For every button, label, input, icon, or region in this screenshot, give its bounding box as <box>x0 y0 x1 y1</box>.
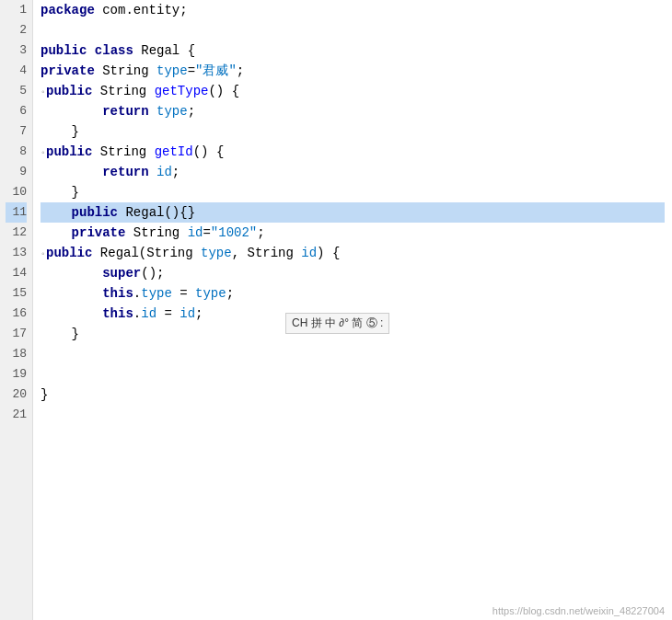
token: id <box>180 306 195 321</box>
token: getId <box>155 144 193 159</box>
code-line-1: package com.entity; <box>41 0 665 20</box>
token: () { <box>193 144 225 159</box>
code-line-15: this.type = type; <box>41 283 665 304</box>
token: type <box>141 286 172 301</box>
line-number-14: 14 <box>6 263 27 283</box>
line-number-16: 16 <box>6 304 27 324</box>
token <box>41 104 102 119</box>
code-line-13: ◦public Regal(String type, String id) { <box>41 243 665 263</box>
watermark: https://blog.csdn.net/weixin_48227004 <box>492 605 665 616</box>
code-line-19 <box>41 364 665 385</box>
token: . <box>133 286 141 301</box>
token: super <box>102 266 141 281</box>
code-line-4: private String type="君威"; <box>41 61 665 81</box>
line-number-10: 10 <box>6 182 27 202</box>
token: id <box>156 165 172 179</box>
token: String <box>125 225 187 240</box>
line-number-1: 1 <box>6 0 27 20</box>
code-line-5: ◦public String getType() { <box>41 81 665 101</box>
code-line-20: } <box>41 385 665 405</box>
line-number-4: 4 <box>6 61 27 81</box>
token <box>41 306 102 321</box>
code-line-10: } <box>41 182 665 202</box>
token: "君威" <box>195 63 237 78</box>
token: type <box>156 63 188 78</box>
token: String <box>92 144 154 159</box>
token <box>87 43 94 58</box>
token: class <box>95 43 133 58</box>
code-line-12: private String id="1002"; <box>41 223 665 243</box>
token: ; <box>188 104 195 119</box>
token: public <box>46 144 92 159</box>
line-number-6: 6 <box>6 101 27 121</box>
token <box>41 225 72 240</box>
line-number-9: 9 <box>6 162 27 182</box>
line-number-18: 18 <box>6 344 27 364</box>
token: } <box>41 124 79 139</box>
token: ; <box>257 225 264 240</box>
token: this <box>102 286 133 301</box>
token: type <box>201 246 232 260</box>
code-line-2 <box>41 20 665 40</box>
token: } <box>41 387 48 402</box>
token: String <box>92 84 154 98</box>
token: (); <box>141 266 164 281</box>
token: "1002" <box>211 225 257 240</box>
token: id <box>141 306 156 321</box>
line-number-2: 2 <box>6 20 27 40</box>
token: public <box>46 84 92 98</box>
line-number-13: 13 <box>6 243 27 263</box>
line-number-5: 5 <box>6 81 27 101</box>
code-line-7: } <box>41 121 665 142</box>
token: private <box>72 225 126 240</box>
token: , String <box>232 246 302 260</box>
line-number-7: 7 <box>6 121 27 142</box>
code-line-14: super(); <box>41 263 665 283</box>
token: public <box>41 43 87 58</box>
token: type <box>195 286 226 301</box>
token <box>41 286 102 301</box>
token <box>149 165 156 179</box>
token: () { <box>208 84 239 98</box>
token: public <box>46 246 92 260</box>
token: ; <box>226 286 234 301</box>
token: String <box>95 63 156 78</box>
token: public <box>72 205 118 220</box>
token: package <box>41 3 95 17</box>
line-number-17: 17 <box>6 324 27 344</box>
token <box>149 104 156 119</box>
token: Regal(String <box>92 246 201 260</box>
line-number-12: 12 <box>6 223 27 243</box>
token: } <box>41 185 79 200</box>
line-numbers: 123456789101112131415161718192021 <box>0 0 33 620</box>
code-line-8: ◦public String getId() { <box>41 142 665 162</box>
code-line-18 <box>41 344 665 364</box>
token: ; <box>172 165 180 179</box>
token: type <box>156 104 188 119</box>
token: getType <box>155 84 209 98</box>
token: id <box>188 225 203 240</box>
token: private <box>41 63 95 78</box>
token <box>41 205 72 220</box>
line-number-3: 3 <box>6 40 27 61</box>
code-line-21 <box>41 405 665 425</box>
token: = <box>203 225 210 240</box>
line-number-19: 19 <box>6 364 27 385</box>
token: this <box>102 306 133 321</box>
line-number-15: 15 <box>6 283 27 304</box>
ime-popup: CH 拼 中 ∂° 简 ⑤ : <box>285 313 389 334</box>
code-area: 123456789101112131415161718192021 packag… <box>0 0 672 620</box>
code-line-6: return type; <box>41 101 665 121</box>
token: ) { <box>317 246 340 260</box>
code-line-3: public class Regal { <box>41 40 665 61</box>
line-number-11: 11 <box>6 202 27 223</box>
token: return <box>102 104 148 119</box>
token: Regal(){} <box>118 205 195 220</box>
token: . <box>133 306 141 321</box>
token <box>41 165 102 179</box>
token: com.entity; <box>95 3 188 17</box>
code-content[interactable]: package com.entity; public class Regal {… <box>33 0 672 620</box>
token: id <box>301 246 317 260</box>
code-line-11: public Regal(){} <box>41 202 665 223</box>
token: = <box>172 286 195 301</box>
